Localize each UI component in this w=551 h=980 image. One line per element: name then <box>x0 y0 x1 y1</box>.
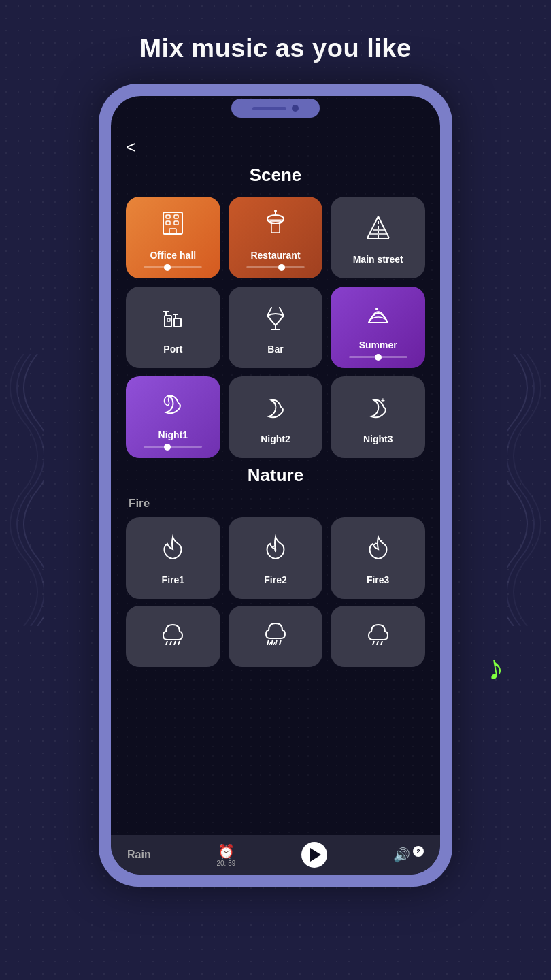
scene-card-fire3[interactable]: Fire3 <box>331 517 425 599</box>
volume-section[interactable]: 🔊 2 <box>393 846 424 864</box>
fire3-label: Fire3 <box>367 574 389 585</box>
phone-frame: < Scene Off <box>99 84 452 887</box>
rain3-icon <box>365 618 392 653</box>
scene-card-fire2[interactable]: Fire2 <box>229 517 323 599</box>
night1-slider[interactable] <box>144 446 202 448</box>
svg-line-13 <box>378 216 389 238</box>
fire1-icon <box>159 534 186 569</box>
page-title: Mix music as you like <box>139 34 411 63</box>
svg-line-34 <box>271 640 273 645</box>
main-street-label: Main street <box>353 254 403 265</box>
office-hall-label: Office hall <box>150 250 196 261</box>
phone-notch <box>231 99 320 118</box>
notch-bar <box>252 107 286 110</box>
timer-icon: ⏰ <box>218 843 235 860</box>
fire2-label: Fire2 <box>264 574 286 585</box>
svg-point-27 <box>375 308 378 310</box>
svg-line-31 <box>174 641 176 645</box>
fire3-icon <box>365 534 392 569</box>
music-note-decoration: ♪ <box>483 647 507 688</box>
scene-card-rain1[interactable] <box>126 606 220 667</box>
svg-rect-11 <box>271 223 280 233</box>
office-hall-slider[interactable] <box>144 266 202 268</box>
scene-section-title: Scene <box>126 165 425 186</box>
rain2-icon <box>262 618 289 653</box>
fire-subsection-label: Fire <box>129 497 425 510</box>
fire2-icon <box>262 534 289 569</box>
rain1-icon <box>159 618 186 653</box>
bar-label: Bar <box>267 344 283 355</box>
scene-card-office-hall[interactable]: Office hall <box>126 197 220 278</box>
restaurant-label: Restaurant <box>250 250 300 261</box>
night3-icon: + <box>365 393 392 428</box>
night2-icon <box>262 393 289 428</box>
volume-badge: 2 <box>413 846 424 857</box>
svg-rect-1 <box>166 215 170 218</box>
scene-card-night1[interactable]: Night1 <box>126 376 220 458</box>
restaurant-icon <box>262 210 289 244</box>
svg-line-12 <box>367 216 378 238</box>
port-icon <box>159 304 186 338</box>
scene-card-night2[interactable]: Night2 <box>229 376 323 458</box>
restaurant-slider[interactable] <box>246 266 305 268</box>
scene-card-summer[interactable]: Summer <box>331 287 425 368</box>
svg-line-41 <box>381 641 382 645</box>
screen-content: < Scene Off <box>111 96 440 875</box>
main-street-icon <box>365 214 392 248</box>
svg-text:+: + <box>381 397 385 404</box>
scene-card-main-street[interactable]: Main street <box>331 197 425 278</box>
fire-grid: Fire1 Fire2 <box>126 517 425 599</box>
nature-section-title: Nature <box>126 465 425 486</box>
svg-line-32 <box>178 641 180 645</box>
scene-grid: Office hall R <box>126 197 425 458</box>
svg-line-40 <box>377 641 378 645</box>
night3-label: Night3 <box>363 434 393 444</box>
svg-line-35 <box>276 640 277 645</box>
summer-slider[interactable] <box>349 356 407 358</box>
svg-line-30 <box>170 641 171 645</box>
volume-icon: 🔊 <box>393 847 410 863</box>
player-timer[interactable]: ⏰ 20: 59 <box>217 843 236 867</box>
scene-card-bar[interactable]: Bar <box>229 287 323 368</box>
svg-point-10 <box>274 210 277 212</box>
rain-label: Rain <box>127 849 151 861</box>
svg-rect-5 <box>169 229 176 234</box>
svg-line-37 <box>269 642 271 645</box>
svg-line-33 <box>267 640 269 645</box>
svg-line-29 <box>166 641 167 645</box>
phone-screen: < Scene Off <box>111 96 440 875</box>
summer-label: Summer <box>359 340 397 350</box>
scene-card-night3[interactable]: + Night3 <box>331 376 425 458</box>
night2-label: Night2 <box>261 434 290 444</box>
night1-label: Night1 <box>158 429 188 440</box>
play-icon <box>310 848 321 862</box>
scene-card-rain3[interactable] <box>331 606 425 667</box>
svg-line-38 <box>273 642 275 645</box>
scene-card-rain2[interactable] <box>229 606 323 667</box>
bar-icon <box>262 304 289 338</box>
svg-rect-19 <box>174 318 181 327</box>
fire1-label: Fire1 <box>162 574 184 585</box>
play-button[interactable] <box>301 842 327 868</box>
wave-right-decoration <box>507 354 548 626</box>
office-hall-icon <box>159 210 186 244</box>
svg-rect-2 <box>174 215 178 218</box>
player-bar: Rain ⏰ 20: 59 🔊 2 <box>111 835 440 875</box>
port-label: Port <box>163 344 182 355</box>
scene-card-port[interactable]: Port <box>126 287 220 368</box>
timer-text: 20: 59 <box>217 860 236 867</box>
notch-camera <box>292 105 299 112</box>
back-button[interactable]: < <box>126 137 136 158</box>
svg-rect-24 <box>167 318 170 321</box>
scene-card-restaurant[interactable]: Restaurant <box>229 197 323 278</box>
rain-grid <box>126 606 425 667</box>
night1-icon <box>159 389 186 424</box>
scene-card-fire1[interactable]: Fire1 <box>126 517 220 599</box>
svg-line-39 <box>373 641 374 645</box>
svg-rect-4 <box>174 221 178 225</box>
summer-icon <box>365 299 392 334</box>
svg-line-36 <box>280 640 281 645</box>
svg-rect-3 <box>166 221 170 225</box>
wave-left-decoration <box>3 354 44 626</box>
